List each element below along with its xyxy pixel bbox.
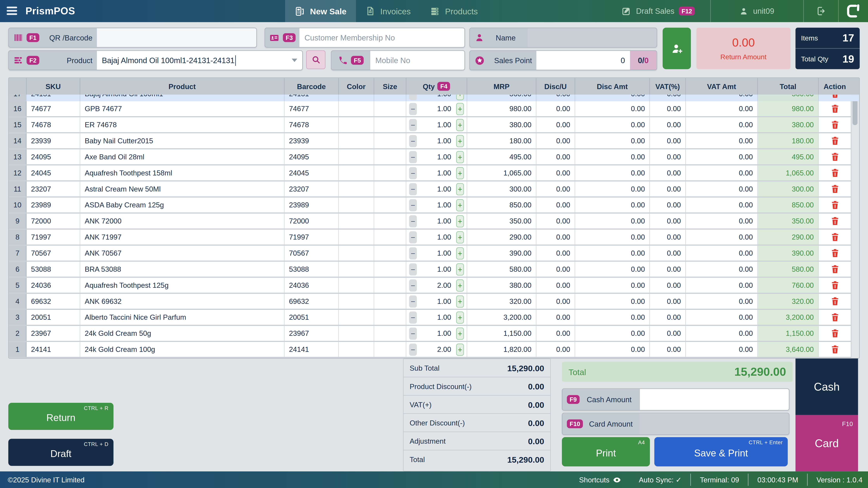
product-search-button[interactable] xyxy=(306,51,326,69)
delete-row-button[interactable] xyxy=(831,264,839,274)
qty-decrease-button[interactable]: − xyxy=(409,247,417,259)
cell-color xyxy=(339,230,374,245)
delete-row-button[interactable] xyxy=(831,168,839,178)
save-and-print-button[interactable]: CTRL + Enter Save & Print xyxy=(654,437,788,466)
delete-row-button[interactable] xyxy=(831,200,839,210)
chevron-down-icon[interactable] xyxy=(292,59,298,62)
mobile-input[interactable] xyxy=(375,56,459,65)
qty-increase-button[interactable]: + xyxy=(456,183,464,195)
qty-decrease-button[interactable]: − xyxy=(409,151,417,163)
qty-increase-button[interactable]: + xyxy=(456,119,464,131)
delete-row-button[interactable] xyxy=(831,232,839,242)
draft-sales-button[interactable]: Draft Sales F12 xyxy=(621,0,695,22)
delete-row-button[interactable] xyxy=(831,281,839,290)
delete-row-button[interactable] xyxy=(831,152,839,162)
delete-row-button[interactable] xyxy=(831,313,839,322)
header-vat-pct: VAT(%) xyxy=(650,78,686,95)
qty-decrease-button[interactable]: − xyxy=(409,95,417,100)
cell-barcode: 23939 xyxy=(285,133,339,148)
qty-increase-button[interactable]: + xyxy=(456,327,464,339)
delete-row-button[interactable] xyxy=(831,184,839,194)
qty-increase-button[interactable]: + xyxy=(456,215,464,227)
qty-decrease-button[interactable]: − xyxy=(409,279,417,291)
cash-payment-panel[interactable]: Cash xyxy=(796,358,858,415)
qty-increase-button[interactable]: + xyxy=(456,343,464,356)
customer-name-group: Name xyxy=(469,28,657,47)
qty-increase-button[interactable]: + xyxy=(456,135,464,147)
delete-row-button[interactable] xyxy=(831,120,839,130)
card-amount-input[interactable] xyxy=(640,413,789,434)
print-button[interactable]: A4 Print xyxy=(562,437,650,466)
return-shortcut: CTRL + R xyxy=(84,405,108,411)
product-combobox[interactable]: Bajaj Almond Oil 100ml1-24131-24131 xyxy=(97,51,302,70)
sales-point-input[interactable]: 0 xyxy=(536,51,630,70)
return-button[interactable]: CTRL + R Return xyxy=(8,403,114,430)
tab-invoices[interactable]: Invoices xyxy=(356,0,420,22)
qty-decrease-button[interactable]: − xyxy=(409,103,417,115)
card-payment-panel[interactable]: F10 Card xyxy=(796,415,858,471)
qty-decrease-button[interactable]: − xyxy=(409,215,417,227)
qty-increase-button[interactable]: + xyxy=(456,167,464,179)
qty-decrease-button[interactable]: − xyxy=(409,167,417,179)
qty-decrease-button[interactable]: − xyxy=(409,327,417,339)
cell-mrp: 1,065.00 xyxy=(467,165,536,180)
cell-vat-amt: 0.00 xyxy=(686,326,758,341)
qty-increase-button[interactable]: + xyxy=(456,247,464,259)
cell-action xyxy=(819,230,851,245)
logout-button[interactable] xyxy=(803,0,838,22)
delete-row-button[interactable] xyxy=(831,95,839,99)
qty-increase-button[interactable]: + xyxy=(456,295,464,307)
mobile-group: F5 xyxy=(331,51,465,70)
cell-color xyxy=(339,165,374,180)
delete-row-button[interactable] xyxy=(831,345,839,354)
menu-icon[interactable] xyxy=(7,7,17,15)
add-customer-button[interactable] xyxy=(662,28,691,69)
cell-size xyxy=(374,149,406,164)
cell-product: Astral Cream New 50Ml xyxy=(80,182,284,196)
qty-increase-button[interactable]: + xyxy=(456,279,464,291)
qty-increase-button[interactable]: + xyxy=(456,103,464,115)
qty-decrease-button[interactable]: − xyxy=(409,231,417,243)
delete-row-button[interactable] xyxy=(831,216,839,226)
table-row: 12 24045 Aquafresh Toothpest 158ml 24045… xyxy=(9,165,859,182)
qr-barcode-input[interactable] xyxy=(102,33,251,42)
customer-name-input[interactable] xyxy=(528,28,657,47)
shortcuts-toggle[interactable]: Shortcuts xyxy=(570,471,630,488)
summary-value: 0.00 xyxy=(528,382,544,391)
cell-total: 980.00 xyxy=(758,101,818,116)
qty-decrease-button[interactable]: − xyxy=(409,183,417,195)
membership-input[interactable] xyxy=(304,33,459,42)
tab-new-sale[interactable]: New Sale xyxy=(285,0,356,22)
qty-value: 1.00 xyxy=(437,233,456,241)
qty-decrease-button[interactable]: − xyxy=(409,343,417,356)
delete-row-button[interactable] xyxy=(831,296,839,306)
delete-row-button[interactable] xyxy=(831,104,839,113)
header-total: Total xyxy=(758,78,818,95)
qty-decrease-button[interactable]: − xyxy=(409,295,417,307)
cell-vat-amt: 0.00 xyxy=(686,197,758,213)
delete-row-button[interactable] xyxy=(831,249,839,258)
user-menu[interactable]: unit09 xyxy=(710,0,803,22)
cell-qty: − 1.00 + xyxy=(406,101,467,116)
cash-amount-input[interactable] xyxy=(645,395,784,404)
draft-button[interactable]: CTRL + D Draft xyxy=(8,439,114,466)
qty-increase-button[interactable]: + xyxy=(456,199,464,211)
delete-row-button[interactable] xyxy=(831,329,839,338)
qty-increase-button[interactable]: + xyxy=(456,231,464,243)
summary-label: Total xyxy=(410,455,425,464)
qty-increase-button[interactable]: + xyxy=(456,95,464,100)
partially-visible-selected-row: 17 24131 Bajaj Almond Oil 100ml1 24131 −… xyxy=(9,95,859,101)
qty-decrease-button[interactable]: − xyxy=(409,199,417,211)
cell-disc-u: 0.00 xyxy=(536,165,575,180)
tab-products[interactable]: Products xyxy=(420,0,487,22)
qty-decrease-button[interactable]: − xyxy=(409,135,417,147)
qty-increase-button[interactable]: + xyxy=(456,263,464,275)
cell-vat-amt: 0.00 xyxy=(686,278,758,293)
qty-increase-button[interactable]: + xyxy=(456,151,464,163)
qty-decrease-button[interactable]: − xyxy=(409,119,417,131)
qty-increase-button[interactable]: + xyxy=(456,311,464,323)
qty-decrease-button[interactable]: − xyxy=(409,263,417,275)
delete-row-button[interactable] xyxy=(831,136,839,145)
qty-decrease-button[interactable]: − xyxy=(409,311,417,323)
summary-row: Other Discount(-)0.00 xyxy=(404,414,550,432)
